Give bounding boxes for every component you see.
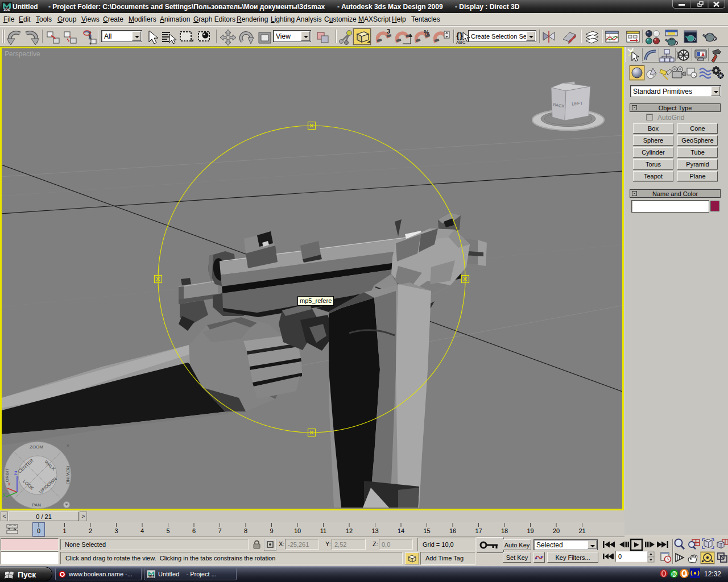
svg-text:7: 7 bbox=[218, 527, 221, 534]
svg-text:5: 5 bbox=[166, 527, 169, 534]
svg-text:×: × bbox=[67, 443, 69, 448]
svg-text:%: % bbox=[424, 29, 429, 36]
svg-text:ZOOM: ZOOM bbox=[30, 444, 43, 450]
svg-text:x: x bbox=[8, 481, 11, 487]
svg-text:18: 18 bbox=[501, 527, 508, 534]
svg-text:1: 1 bbox=[63, 527, 66, 534]
svg-text:y: y bbox=[3, 491, 6, 497]
svg-text:3DS: 3DS bbox=[3, 8, 10, 11]
svg-text:8: 8 bbox=[244, 527, 247, 534]
svg-text:PAN: PAN bbox=[32, 502, 41, 508]
svg-text:6: 6 bbox=[192, 527, 196, 534]
svg-text:9: 9 bbox=[270, 527, 273, 534]
svg-text:11: 11 bbox=[320, 527, 326, 534]
svg-text:12: 12 bbox=[346, 527, 353, 534]
svg-text:3: 3 bbox=[114, 527, 118, 534]
svg-text:13: 13 bbox=[371, 527, 378, 534]
svg-text:16: 16 bbox=[449, 527, 456, 534]
svg-text:3: 3 bbox=[387, 28, 390, 35]
svg-text:Z: Z bbox=[14, 470, 18, 476]
svg-text:2: 2 bbox=[89, 527, 92, 534]
svg-text:REWIND: REWIND bbox=[65, 466, 71, 485]
svg-text:0: 0 bbox=[37, 527, 40, 534]
svg-text:{}: {} bbox=[456, 31, 463, 40]
svg-text:14: 14 bbox=[398, 527, 404, 534]
svg-text:@: @ bbox=[671, 570, 677, 577]
svg-text:10: 10 bbox=[294, 527, 301, 534]
svg-text:20: 20 bbox=[553, 527, 560, 534]
svg-text:3DS: 3DS bbox=[148, 575, 155, 578]
svg-text:LEFT: LEFT bbox=[572, 101, 583, 106]
svg-text:ABC: ABC bbox=[456, 40, 466, 45]
svg-text:15: 15 bbox=[423, 527, 430, 534]
svg-text:ORBIT: ORBIT bbox=[5, 468, 10, 483]
svg-text:4: 4 bbox=[140, 527, 144, 534]
svg-text:21: 21 bbox=[578, 527, 585, 534]
svg-text:19: 19 bbox=[527, 527, 533, 534]
svg-text:17: 17 bbox=[475, 527, 482, 534]
